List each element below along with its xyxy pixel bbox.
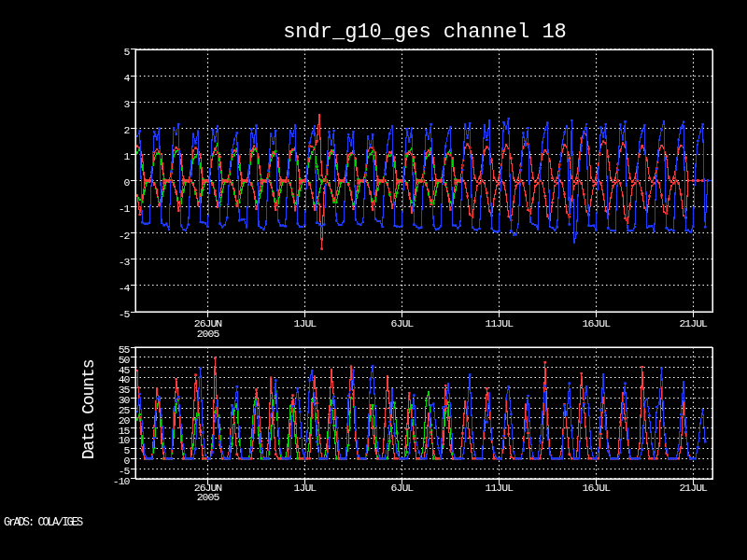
svg-text:-2: -2 (119, 230, 131, 242)
svg-text:-1: -1 (119, 203, 131, 215)
svg-text:6JUL: 6JUL (391, 482, 415, 494)
svg-text:11JUL: 11JUL (486, 482, 514, 494)
svg-text:GrADS: COLA/IGES: GrADS: COLA/IGES (4, 516, 83, 529)
svg-text:sndr_g10_ges channel 18: sndr_g10_ges channel 18 (283, 21, 567, 44)
svg-text:21JUL: 21JUL (679, 482, 708, 494)
svg-text:16JUL: 16JUL (583, 317, 612, 329)
svg-text:-4: -4 (119, 282, 131, 294)
svg-text:Data Counts: Data Counts (79, 359, 98, 459)
svg-text:11JUL: 11JUL (486, 317, 514, 329)
svg-text:-10: -10 (113, 475, 131, 487)
svg-text:-5: -5 (119, 308, 131, 320)
svg-text:2005: 2005 (197, 491, 220, 503)
svg-text:1JUL: 1JUL (294, 482, 317, 494)
svg-text:16JUL: 16JUL (583, 482, 612, 494)
svg-text:21JUL: 21JUL (679, 317, 708, 329)
svg-text:2005: 2005 (197, 328, 220, 340)
svg-text:1JUL: 1JUL (294, 317, 317, 329)
svg-text:6JUL: 6JUL (391, 317, 415, 329)
svg-text:-3: -3 (119, 256, 131, 268)
